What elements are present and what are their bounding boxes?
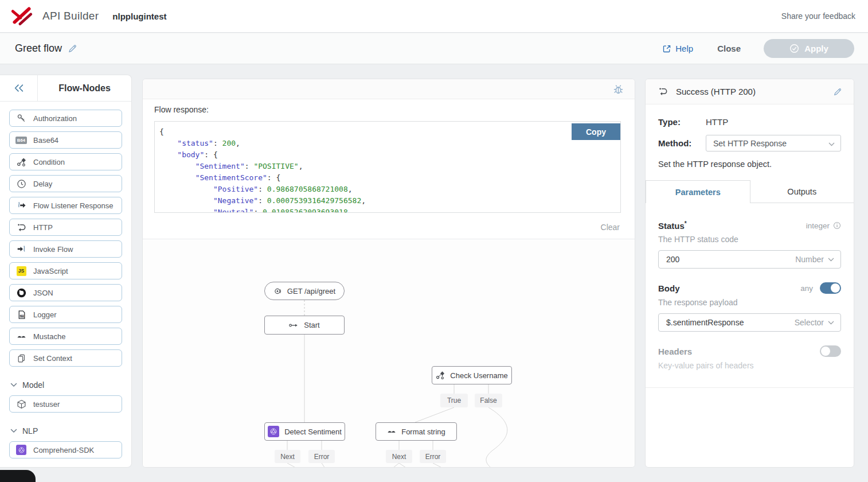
- body-field-type: any: [800, 284, 813, 293]
- flow-node-delay[interactable]: Delay: [9, 175, 122, 192]
- port-true: True: [440, 394, 468, 407]
- mustache-icon: [387, 427, 396, 436]
- collapse-sidebar-button[interactable]: [0, 75, 38, 101]
- help-button[interactable]: Help: [662, 44, 693, 53]
- node-label: Detect Sentiment: [284, 427, 342, 436]
- flow-node-condition[interactable]: Condition: [9, 153, 122, 170]
- help-label: Help: [675, 44, 693, 53]
- axway-logo-icon: [10, 6, 33, 26]
- flow-node-label: testuser: [33, 400, 60, 409]
- inspector-tabs: Parameters Outputs: [646, 180, 854, 203]
- method-selected-value: Set HTTP Response: [713, 139, 787, 148]
- flow-node-label: Authorization: [33, 114, 77, 123]
- flow-node-testuser[interactable]: testuser: [9, 395, 122, 413]
- flow-node-logger[interactable]: LOG Logger: [9, 306, 122, 323]
- inspector-header: Success (HTTP 200): [646, 79, 854, 104]
- node-inspector-panel: Success (HTTP 200) Type: HTTP Method: Se…: [645, 79, 854, 468]
- editor-header: [143, 79, 635, 99]
- flow-node-invoke-flow[interactable]: Invoke Flow: [9, 240, 122, 258]
- flow-node-label: Flow Listener Response: [33, 201, 113, 210]
- body-type-select[interactable]: Selector: [795, 313, 834, 332]
- node-format-string[interactable]: Format string: [376, 422, 457, 441]
- edit-flow-title-icon[interactable]: [68, 44, 77, 53]
- type-label: Type:: [658, 117, 706, 127]
- section-nlp[interactable]: NLP: [10, 426, 122, 436]
- inspector-title: Success (HTTP 200): [676, 87, 756, 96]
- flow-node-label: Logger: [33, 310, 56, 319]
- app-title: API Builder: [42, 10, 99, 22]
- copy-button[interactable]: Copy: [572, 123, 620, 140]
- flow-node-label: Comprehend-SDK: [33, 446, 94, 454]
- apply-label: Apply: [804, 44, 828, 53]
- api-builder-window: API Builder nlpplugintest Share your fee…: [0, 0, 868, 482]
- node-label: Format string: [401, 427, 445, 436]
- top-bar: API Builder nlpplugintest Share your fee…: [0, 0, 868, 33]
- status-field-type: integer: [806, 221, 841, 230]
- node-detect-sentiment[interactable]: Detect Sentiment: [264, 422, 345, 441]
- body-field-label: Body: [658, 283, 680, 293]
- port-error: Error: [308, 450, 335, 463]
- required-mark: *: [685, 220, 687, 227]
- flow-node-comprehend-sdk[interactable]: Comprehend-SDK: [9, 441, 122, 458]
- condition-icon: [436, 371, 445, 380]
- external-link-icon: [662, 44, 671, 53]
- method-description: Set the HTTP response object.: [658, 160, 841, 169]
- flow-node-label: HTTP: [33, 223, 53, 232]
- check-circle-icon: [789, 44, 799, 53]
- flow-node-label: Condition: [33, 158, 65, 166]
- key-icon: [16, 113, 26, 123]
- node-start[interactable]: Start: [264, 316, 345, 335]
- condition-icon: [16, 157, 26, 167]
- section-model[interactable]: Model: [10, 380, 122, 390]
- cube-icon: [16, 399, 26, 409]
- section-label: NLP: [22, 426, 38, 436]
- headers-toggle[interactable]: [820, 345, 841, 357]
- flow-listener-icon: [16, 200, 26, 211]
- node-check-username[interactable]: Check Username: [432, 366, 512, 384]
- chevron-down-icon: [828, 138, 835, 149]
- feedback-link[interactable]: Share your feedback: [781, 11, 855, 21]
- status-type-select[interactable]: Number: [795, 250, 834, 269]
- copy-pages-icon: [16, 353, 26, 363]
- flow-node-label: Set Context: [33, 354, 72, 363]
- edit-node-title-icon[interactable]: [833, 87, 842, 96]
- flow-nodes-list: Authorization B64 Base64 Condition Delay…: [0, 102, 131, 458]
- json-donut-icon: [16, 287, 26, 298]
- logger-doc-icon: LOG: [16, 309, 26, 320]
- flow-node-label: JavaScript: [33, 267, 68, 275]
- clear-button[interactable]: Clear: [601, 223, 620, 232]
- flow-node-authorization[interactable]: Authorization: [9, 110, 122, 127]
- flow-node-http[interactable]: HTTP: [9, 219, 122, 236]
- tab-parameters[interactable]: Parameters: [646, 180, 750, 203]
- flow-node-json[interactable]: JSON: [9, 284, 122, 301]
- tab-outputs[interactable]: Outputs: [750, 180, 854, 203]
- flow-node-mustache[interactable]: Mustache: [9, 328, 122, 345]
- base64-badge-icon: B64: [16, 135, 26, 145]
- method-select[interactable]: Set HTTP Response: [706, 135, 841, 151]
- sidebar-title: Flow-Nodes: [38, 75, 131, 101]
- comprehend-icon: [16, 445, 26, 455]
- flow-node-label: Mustache: [33, 332, 65, 341]
- apply-button[interactable]: Apply: [764, 39, 854, 58]
- node-label: Start: [304, 321, 319, 329]
- flow-node-flow-listener-response[interactable]: Flow Listener Response: [9, 197, 122, 214]
- chevron-down-icon: [828, 321, 834, 325]
- section-divider: [646, 387, 854, 388]
- headers-field-label: Headers: [658, 347, 692, 356]
- project-name: nlpplugintest: [112, 11, 166, 21]
- flow-node-base64[interactable]: B64 Base64: [9, 131, 122, 149]
- node-label: Check Username: [450, 371, 507, 380]
- flow-response-code-viewer[interactable]: { "status": 200, "body": { "Sentiment": …: [154, 121, 621, 213]
- double-chevron-left-icon: [13, 83, 25, 93]
- sidebar-header: Flow-Nodes: [0, 75, 131, 102]
- body-field-description: The response payload: [658, 298, 841, 307]
- debug-bug-icon[interactable]: [612, 83, 624, 95]
- comprehend-icon: [268, 426, 279, 437]
- flow-diagram-canvas[interactable]: GET /api/greet Start Check Username True…: [143, 239, 635, 468]
- close-button[interactable]: Close: [717, 44, 741, 53]
- flow-node-set-context[interactable]: Set Context: [9, 349, 122, 367]
- node-http-trigger[interactable]: GET /api/greet: [264, 282, 345, 300]
- body-toggle[interactable]: [820, 282, 841, 294]
- flow-editor-panel: Flow response: { "status": 200, "body": …: [142, 79, 635, 468]
- flow-node-javascript[interactable]: JS JavaScript: [9, 262, 122, 279]
